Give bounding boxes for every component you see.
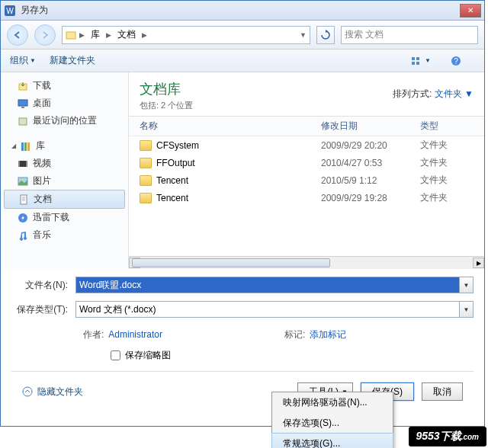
chevron-right-icon: ▶ xyxy=(106,31,111,39)
svg-text:?: ? xyxy=(454,57,458,66)
filetype-label: 保存类型(T): xyxy=(11,303,75,316)
document-icon xyxy=(18,194,29,205)
sidebar-item-downloads[interactable]: 下载 xyxy=(4,77,125,94)
footer: 隐藏文件夹 工具(L)▼ 保存(S) 取消 xyxy=(11,371,474,411)
word-icon: W xyxy=(4,5,16,17)
arrange-by-link[interactable]: 文件夹 ▼ xyxy=(435,88,474,99)
menu-item-save-options[interactable]: 保存选项(S)... xyxy=(272,413,393,434)
hide-folders-link[interactable]: 隐藏文件夹 xyxy=(22,386,83,398)
filename-dropdown[interactable]: ▼ xyxy=(460,277,474,293)
svg-rect-21 xyxy=(21,195,27,204)
desktop-icon xyxy=(18,98,28,109)
organize-menu[interactable]: 组织▼ xyxy=(10,54,36,67)
library-subtitle: 包括: 2 个位置 xyxy=(140,100,474,111)
view-menu[interactable]: ▼ xyxy=(411,56,431,66)
download-icon xyxy=(18,81,28,91)
author-label: 作者: xyxy=(83,329,104,340)
filename-input[interactable]: Word联盟.docx xyxy=(75,277,460,293)
file-row[interactable]: Tencent 2010/5/9 1:12 文件夹 xyxy=(129,171,484,189)
close-button[interactable]: ✕ xyxy=(460,4,481,18)
sidebar-item-music[interactable]: 音乐 xyxy=(4,226,125,244)
toolbar: 组织▼ 新建文件夹 ▼ ? xyxy=(1,50,484,72)
sidebar: 下载 桌面 最近访问的位置 ◢ 库 视频 图片 xyxy=(1,72,129,269)
svg-rect-12 xyxy=(19,118,27,125)
svg-rect-13 xyxy=(21,142,24,151)
watermark: 9553下载.com xyxy=(409,427,487,446)
folder-icon xyxy=(140,140,152,151)
col-name[interactable]: 名称 xyxy=(140,120,321,133)
col-type[interactable]: 类型 xyxy=(420,120,474,133)
svg-rect-2 xyxy=(66,32,75,39)
tags-value[interactable]: 添加标记 xyxy=(310,329,346,340)
video-icon xyxy=(18,158,28,169)
horizontal-scrollbar[interactable]: ◀ ▶ xyxy=(129,256,484,269)
window-title: 另存为 xyxy=(21,4,460,17)
save-as-dialog: W 另存为 ✕ ▶ 库 ▶ 文档 ▶ ▼ 搜索 文档 组织▼ xyxy=(0,0,485,427)
svg-rect-17 xyxy=(18,161,20,167)
scroll-thumb[interactable] xyxy=(132,258,330,267)
chevron-right-icon: ▶ xyxy=(79,31,85,39)
svg-rect-14 xyxy=(24,142,27,151)
nav-bar: ▶ 库 ▶ 文档 ▶ ▼ 搜索 文档 xyxy=(1,21,484,50)
folder-icon xyxy=(140,193,152,203)
file-row[interactable]: FFOutput 2010/4/27 0:53 文件夹 xyxy=(129,154,484,171)
scroll-right-button[interactable]: ▶ xyxy=(473,258,484,268)
sidebar-item-desktop[interactable]: 桌面 xyxy=(4,94,125,112)
recent-icon xyxy=(18,116,28,126)
sidebar-item-videos[interactable]: 视频 xyxy=(4,155,125,172)
folder-icon xyxy=(66,30,76,40)
path-segment[interactable]: 库 xyxy=(88,28,103,41)
help-button[interactable]: ? xyxy=(451,56,461,66)
address-bar[interactable]: ▶ 库 ▶ 文档 ▶ ▼ xyxy=(62,26,310,44)
folder-icon xyxy=(140,175,152,186)
chevron-down-icon[interactable]: ▼ xyxy=(300,31,307,39)
tags-label: 标记: xyxy=(284,329,305,340)
search-input[interactable]: 搜索 文档 xyxy=(341,26,478,44)
file-rows: CFSystem 2009/9/29 20:20 文件夹 FFOutput 20… xyxy=(129,136,484,256)
sidebar-item-recent[interactable]: 最近访问的位置 xyxy=(4,112,125,130)
sidebar-item-thunder[interactable]: 迅雷下载 xyxy=(4,209,125,226)
tools-menu: 映射网络驱动器(N)... 保存选项(S)... 常规选项(G)... xyxy=(271,392,393,448)
svg-rect-18 xyxy=(26,161,27,167)
chevron-down-icon: ◢ xyxy=(11,142,16,149)
sidebar-item-documents[interactable]: 文档 xyxy=(4,190,125,209)
chevron-up-icon xyxy=(22,386,33,397)
picture-icon xyxy=(18,176,28,187)
filetype-dropdown[interactable]: ▼ xyxy=(460,301,474,318)
thumbnail-label: 保存缩略图 xyxy=(125,349,171,362)
search-placeholder: 搜索 文档 xyxy=(345,28,384,41)
svg-rect-11 xyxy=(21,107,24,108)
file-row[interactable]: CFSystem 2009/9/29 20:20 文件夹 xyxy=(129,136,484,154)
filename-label: 文件名(N): xyxy=(11,279,75,292)
sidebar-item-pictures[interactable]: 图片 xyxy=(4,172,125,190)
bottom-panel: 文件名(N): Word联盟.docx ▼ 保存类型(T): Word 文档 (… xyxy=(1,269,484,419)
thumbnail-checkbox[interactable] xyxy=(111,350,120,360)
cancel-button[interactable]: 取消 xyxy=(422,382,463,401)
path-segment[interactable]: 文档 xyxy=(114,28,139,41)
menu-item-map-drive[interactable]: 映射网络驱动器(N)... xyxy=(272,392,393,413)
author-value[interactable]: Administrator xyxy=(108,329,162,340)
filetype-select[interactable]: Word 文档 (*.docx) xyxy=(75,301,460,318)
svg-rect-3 xyxy=(412,57,415,60)
sidebar-item-library[interactable]: ◢ 库 xyxy=(4,137,125,155)
refresh-button[interactable] xyxy=(316,26,335,44)
col-date[interactable]: 修改日期 xyxy=(321,120,420,133)
forward-button[interactable] xyxy=(34,24,56,46)
menu-item-general-options[interactable]: 常规选项(G)... xyxy=(271,433,393,448)
svg-rect-15 xyxy=(27,142,30,151)
column-headers[interactable]: 名称 修改日期 类型 xyxy=(129,116,484,136)
music-icon xyxy=(18,230,28,241)
titlebar: W 另存为 ✕ xyxy=(1,1,484,21)
file-list-pane: 文档库 包括: 2 个位置 排列方式: 文件夹 ▼ 名称 修改日期 类型 CFS… xyxy=(129,72,484,269)
file-row[interactable]: Tencent 2009/9/29 19:28 文件夹 xyxy=(129,189,484,206)
back-button[interactable] xyxy=(7,24,28,46)
library-icon xyxy=(21,141,31,152)
svg-rect-6 xyxy=(416,62,419,65)
svg-rect-4 xyxy=(416,57,419,60)
chevron-right-icon: ▶ xyxy=(142,31,147,39)
svg-point-26 xyxy=(23,387,32,396)
arrange-by: 排列方式: 文件夹 ▼ xyxy=(393,88,474,101)
thunder-icon xyxy=(18,213,28,223)
new-folder-button[interactable]: 新建文件夹 xyxy=(50,54,95,67)
folder-icon xyxy=(140,158,152,168)
